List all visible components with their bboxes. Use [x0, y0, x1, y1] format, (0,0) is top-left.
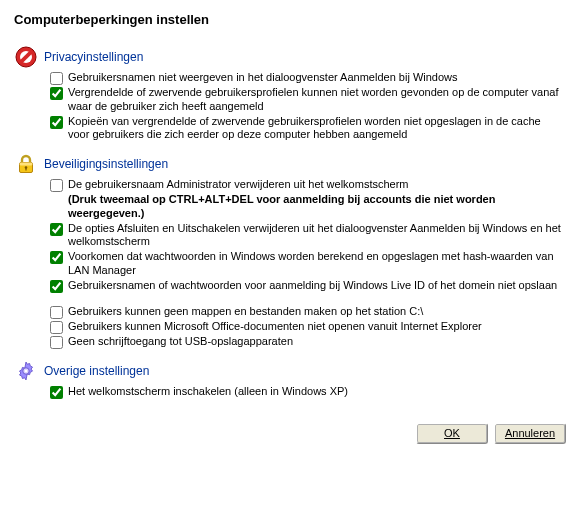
section-body-other: Het welkomstscherm inschakelen (alleen i…	[50, 385, 562, 399]
section-body-privacy: Gebruikersnamen niet weergeven in het di…	[50, 71, 562, 142]
gear-icon	[14, 359, 38, 383]
section-header-other: Overige instellingen	[14, 359, 562, 383]
security-checkbox-5[interactable]	[50, 321, 63, 334]
privacy-item-0: Gebruikersnamen niet weergeven in het di…	[50, 71, 562, 85]
privacy-checkbox-1[interactable]	[50, 87, 63, 100]
section-title-privacy: Privacyinstellingen	[44, 50, 143, 64]
privacy-checkbox-0[interactable]	[50, 72, 63, 85]
section-header-privacy: Privacyinstellingen	[14, 45, 562, 69]
svg-rect-6	[25, 168, 26, 171]
security-sub-0: (Druk tweemaal op CTRL+ALT+DEL voor aanm…	[68, 193, 562, 221]
other-checkbox-0[interactable]	[50, 386, 63, 399]
privacy-item-1: Vergrendelde of zwervende gebruikersprof…	[50, 86, 562, 114]
security-checkbox-3[interactable]	[50, 280, 63, 293]
security-checkbox-0[interactable]	[50, 179, 63, 192]
security-label-3: Gebruikersnamen of wachtwoorden voor aan…	[68, 279, 562, 293]
privacy-label-1: Vergrendelde of zwervende gebruikersprof…	[68, 86, 562, 114]
security-item-4: Gebruikers kunnen geen mappen en bestand…	[50, 305, 562, 319]
security-label-2: Voorkomen dat wachtwoorden in Windows wo…	[68, 250, 562, 278]
forbidden-icon	[14, 45, 38, 69]
security-item-2: Voorkomen dat wachtwoorden in Windows wo…	[50, 250, 562, 278]
page-title: Computerbeperkingen instellen	[14, 12, 562, 27]
other-label-0: Het welkomstscherm inschakelen (alleen i…	[68, 385, 562, 399]
security-item-6: Geen schrijftoegang tot USB-opslagappara…	[50, 335, 562, 349]
ok-button[interactable]: OK	[416, 423, 488, 444]
section-privacy: Privacyinstellingen Gebruikersnamen niet…	[14, 45, 562, 142]
dialog: Computerbeperkingen instellen Privacyins…	[0, 0, 576, 419]
security-item-1: De opties Afsluiten en Uitschakelen verw…	[50, 222, 562, 250]
security-checkbox-6[interactable]	[50, 336, 63, 349]
section-header-security: Beveiligingsinstellingen	[14, 152, 562, 176]
privacy-item-2: Kopieën van vergrendelde of zwervende ge…	[50, 115, 562, 143]
security-checkbox-1[interactable]	[50, 223, 63, 236]
security-item-3: Gebruikersnamen of wachtwoorden voor aan…	[50, 279, 562, 293]
security-checkbox-4[interactable]	[50, 306, 63, 319]
security-label-1: De opties Afsluiten en Uitschakelen verw…	[68, 222, 562, 250]
privacy-checkbox-2[interactable]	[50, 116, 63, 129]
security-checkbox-2[interactable]	[50, 251, 63, 264]
section-other: Overige instellingen Het welkomstscherm …	[14, 359, 562, 399]
lock-icon	[14, 152, 38, 176]
svg-rect-4	[20, 163, 33, 166]
security-label-0: De gebruikersnaam Administrator verwijde…	[68, 178, 562, 192]
security-label-5: Gebruikers kunnen Microsoft Office-docum…	[68, 320, 562, 334]
privacy-label-2: Kopieën van vergrendelde of zwervende ge…	[68, 115, 562, 143]
section-title-security: Beveiligingsinstellingen	[44, 157, 168, 171]
cancel-button[interactable]: Annuleren	[494, 423, 566, 444]
svg-point-8	[25, 369, 28, 372]
section-security: Beveiligingsinstellingen De gebruikersna…	[14, 152, 562, 349]
security-label-6: Geen schrijftoegang tot USB-opslagappara…	[68, 335, 562, 349]
security-item-5: Gebruikers kunnen Microsoft Office-docum…	[50, 320, 562, 334]
privacy-label-0: Gebruikersnamen niet weergeven in het di…	[68, 71, 562, 85]
section-body-security: De gebruikersnaam Administrator verwijde…	[50, 178, 562, 349]
security-label-4: Gebruikers kunnen geen mappen en bestand…	[68, 305, 562, 319]
section-title-other: Overige instellingen	[44, 364, 149, 378]
security-item-0: De gebruikersnaam Administrator verwijde…	[50, 178, 562, 192]
button-row: OK Annuleren	[0, 419, 576, 452]
other-item-0: Het welkomstscherm inschakelen (alleen i…	[50, 385, 562, 399]
